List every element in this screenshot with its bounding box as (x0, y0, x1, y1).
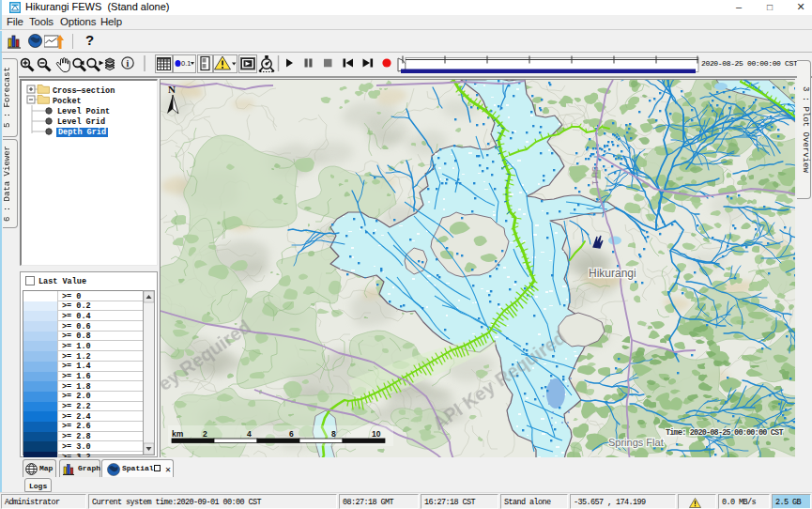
svg-text:8: 8 (331, 429, 336, 439)
svg-text:i: i (127, 58, 130, 69)
svg-text:Time: 2020-08-25 00:00:00 CST: Time: 2020-08-25 00:00:00 CST (666, 428, 783, 438)
svg-text:Hikurangi: Hikurangi (589, 267, 636, 280)
svg-text:10: 10 (372, 429, 381, 439)
svg-text:4: 4 (247, 429, 252, 439)
svg-text:0.1: 0.1 (181, 59, 191, 68)
svg-text:2: 2 (203, 429, 207, 439)
svg-text:SH 1: SH 1 (590, 166, 600, 185)
svg-text:N: N (168, 84, 176, 95)
svg-text:km: km (172, 429, 184, 439)
svg-text:6: 6 (289, 429, 294, 439)
svg-text:Springs Flat: Springs Flat (608, 437, 664, 448)
svg-text:2020-08-25 00:00:00 CST: 2020-08-25 00:00:00 CST (701, 59, 798, 68)
